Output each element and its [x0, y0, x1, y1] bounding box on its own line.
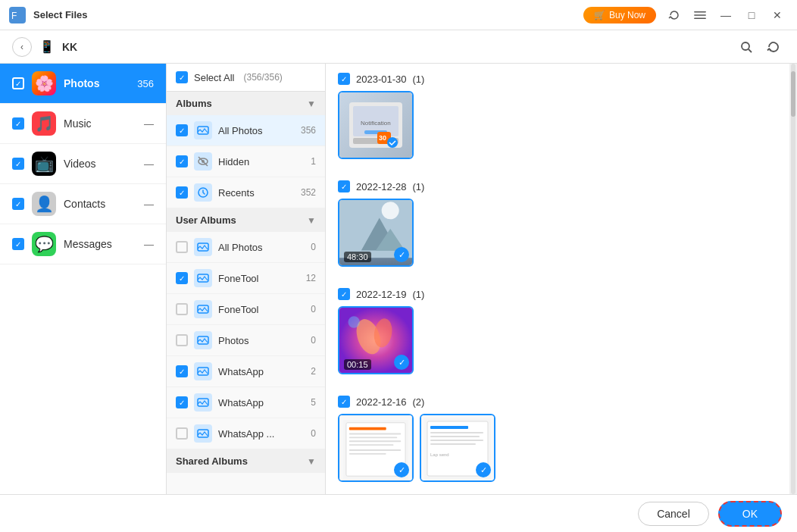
photo-thumb-p1[interactable]: Notification 30	[338, 91, 414, 159]
photo-panel: 2023-01-30 (1) Notification	[326, 64, 789, 494]
screenshot-thumb: Notification 30	[339, 92, 412, 158]
date-checkbox-20221216[interactable]	[338, 396, 350, 408]
photos-grid-20221228: 48:30	[338, 199, 777, 267]
whatsapp-1-label: WhatsApp	[218, 366, 305, 377]
sidebar-item-photos[interactable]: 🌸 Photos 356	[0, 64, 166, 104]
date-checkbox-20230130[interactable]	[338, 73, 350, 85]
all-photos-checkbox[interactable]	[176, 124, 188, 136]
cart-icon: 🛒	[594, 10, 605, 20]
scrollbar-thumb[interactable]	[791, 71, 795, 117]
album-item-all-photos[interactable]: All Photos 356	[167, 115, 325, 146]
svg-rect-45	[430, 426, 468, 429]
date-header-20221219[interactable]: 2022-12-19 (1)	[338, 279, 777, 306]
sidebar-item-music[interactable]: 🎵 Music —	[0, 104, 166, 144]
hidden-count: 1	[311, 156, 316, 167]
user-album-fonetool-1[interactable]: FoneTool 12	[167, 263, 325, 294]
maximize-button[interactable]: □	[741, 5, 762, 26]
scrollbar[interactable]	[789, 64, 797, 494]
photo-selected-p5[interactable]	[476, 462, 491, 477]
recents-count: 352	[301, 187, 316, 198]
photo-thumb-p2[interactable]: 48:30	[338, 199, 414, 267]
photo-thumb-p5[interactable]: Lap send	[420, 414, 495, 482]
date-count-20221219: (1)	[413, 289, 425, 300]
date-section-20221219: 2022-12-19 (1)	[338, 279, 777, 374]
hidden-checkbox[interactable]	[176, 155, 188, 167]
sidebar-item-messages[interactable]: 💬 Messages —	[0, 224, 166, 264]
photo-selected-p3[interactable]	[394, 355, 409, 370]
rotate-icon[interactable]	[664, 5, 685, 26]
refresh-button[interactable]	[762, 36, 785, 58]
whatsapp-3-checkbox[interactable]	[176, 427, 188, 440]
fonetool-1-label: FoneTool	[218, 273, 300, 284]
search-button[interactable]	[735, 36, 758, 58]
music-checkbox[interactable]	[12, 117, 24, 130]
whatsapp-2-count: 5	[311, 397, 316, 408]
user-album-whatsapp-2[interactable]: WhatsApp 5	[167, 387, 325, 418]
date-checkbox-20221228[interactable]	[338, 180, 350, 192]
svg-rect-3	[694, 17, 706, 19]
user-album-photos[interactable]: Photos 0	[167, 325, 325, 356]
minimize-button[interactable]: —	[715, 5, 736, 26]
photos-grid-20221216: Lap send	[338, 414, 777, 482]
date-header-20221228[interactable]: 2022-12-28 (1)	[338, 171, 777, 199]
date-checkbox-20221219[interactable]	[338, 288, 350, 300]
photo-selected-p4[interactable]	[394, 462, 409, 477]
close-button[interactable]: ✕	[767, 5, 788, 26]
photo-thumb-p4[interactable]	[338, 414, 414, 482]
svg-point-25	[387, 137, 398, 148]
svg-point-4	[742, 42, 749, 50]
svg-point-33	[348, 316, 360, 327]
user-album-whatsapp-3[interactable]: WhatsApp ... 0	[167, 418, 325, 449]
user-album-whatsapp-1[interactable]: WhatsApp 2	[167, 356, 325, 387]
select-all-checkbox[interactable]	[176, 71, 188, 83]
photo-duration-p2: 48:30	[344, 252, 371, 262]
sidebar-item-videos[interactable]: 📺 Videos —	[0, 144, 166, 184]
fonetool-2-icon	[194, 300, 212, 318]
contacts-checkbox[interactable]	[12, 198, 24, 210]
fonetool-2-count: 0	[311, 304, 316, 315]
album-item-recents[interactable]: Recents 352	[167, 177, 325, 208]
albums-collapse-icon[interactable]: ▼	[307, 99, 316, 109]
videos-count: —	[144, 158, 154, 170]
photos-user-count: 0	[311, 335, 316, 346]
sidebar-item-contacts[interactable]: 👤 Contacts —	[0, 184, 166, 224]
fonetool-1-checkbox[interactable]	[176, 272, 188, 284]
shared-albums-collapse-icon[interactable]: ▼	[307, 456, 316, 467]
photo-selected-p2[interactable]	[394, 247, 409, 262]
svg-rect-36	[349, 427, 386, 430]
date-header-20221216[interactable]: 2022-12-16 (2)	[338, 386, 777, 414]
all-photos-count: 356	[301, 125, 316, 136]
back-arrow-icon: ‹	[20, 42, 23, 52]
device-name: KK	[62, 41, 727, 53]
albums-section-header[interactable]: Albums ▼	[167, 92, 325, 115]
user-album-fonetool-2[interactable]: FoneTool 0	[167, 294, 325, 325]
album-item-hidden[interactable]: Hidden 1	[167, 146, 325, 177]
scrollbar-track	[791, 64, 795, 494]
cancel-button[interactable]: Cancel	[638, 502, 709, 526]
menu-icon[interactable]	[689, 5, 711, 26]
svg-text:Notification: Notification	[361, 120, 391, 127]
ok-button[interactable]: OK	[718, 501, 782, 527]
photos-user-checkbox[interactable]	[176, 334, 188, 346]
fonetool-2-checkbox[interactable]	[176, 303, 188, 315]
select-all-row[interactable]: Select All (356/356)	[167, 64, 325, 92]
user-albums-collapse-icon[interactable]: ▼	[307, 215, 316, 226]
shared-albums-section-header[interactable]: Shared Albums ▼	[167, 449, 325, 473]
user-all-photos-checkbox[interactable]	[176, 241, 188, 253]
svg-rect-39	[349, 440, 401, 442]
buy-now-button[interactable]: 🛒 Buy Now	[583, 7, 656, 23]
videos-checkbox[interactable]	[12, 158, 24, 170]
device-icon: 📱	[39, 39, 55, 54]
whatsapp-2-checkbox[interactable]	[176, 396, 188, 408]
date-header-20230130[interactable]: 2023-01-30 (1)	[338, 64, 777, 91]
photos-checkbox[interactable]	[12, 77, 24, 89]
svg-rect-2	[694, 14, 706, 16]
user-albums-section-header[interactable]: User Albums ▼	[167, 208, 325, 232]
messages-checkbox[interactable]	[12, 238, 24, 250]
user-album-all-photos[interactable]: All Photos 0	[167, 232, 325, 263]
back-button[interactable]: ‹	[12, 37, 32, 57]
svg-line-5	[749, 49, 752, 52]
recents-checkbox[interactable]	[176, 186, 188, 199]
photo-thumb-p3[interactable]: 00:15	[338, 306, 414, 374]
whatsapp-1-checkbox[interactable]	[176, 365, 188, 377]
